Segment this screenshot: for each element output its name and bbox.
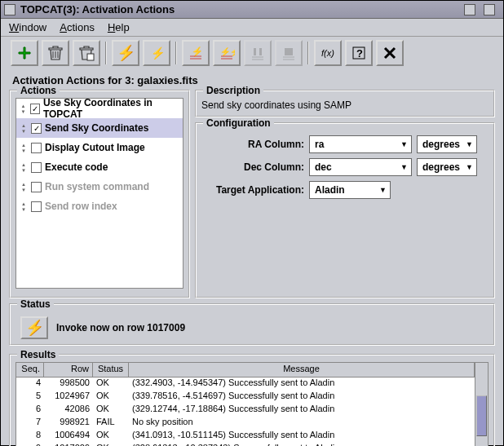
close-button[interactable] — [376, 40, 404, 66]
drag-handle-icon[interactable] — [20, 104, 27, 114]
action-item[interactable]: Display Cutout Image — [16, 138, 183, 157]
action-checkbox[interactable] — [31, 201, 42, 212]
pause-button[interactable] — [244, 40, 272, 66]
parameters-button[interactable]: f(x) — [314, 40, 342, 66]
action-label: Execute code — [45, 161, 108, 173]
bolt-icon: ⚡ — [25, 319, 43, 337]
ra-column-label: RA Column: — [201, 139, 304, 150]
remove-inactive-button[interactable] — [73, 40, 100, 66]
svg-text:⚡⚡: ⚡⚡ — [220, 46, 235, 57]
action-label: Send Sky Coordinates — [45, 122, 148, 134]
action-item[interactable]: ✓ Use Sky Coordinates in TOPCAT — [16, 99, 183, 118]
cell-status: FAIL — [93, 417, 129, 430]
maximize-button[interactable] — [484, 4, 495, 15]
scroll-thumb[interactable] — [476, 395, 487, 436]
action-label: Use Sky Coordinates in TOPCAT — [43, 98, 179, 120]
configuration-fieldset: Configuration RA Column: ra degrees Dec … — [195, 122, 495, 298]
cell-row: 42086 — [44, 404, 93, 417]
cell-status: OK — [93, 443, 129, 446]
drag-handle-icon[interactable] — [20, 201, 28, 212]
action-item[interactable]: Run system command — [16, 177, 183, 197]
actions-list[interactable]: ✓ Use Sky Coordinates in TOPCAT ✓ Send S… — [15, 98, 183, 289]
action-item[interactable]: ✓ Send Sky Coordinates — [16, 118, 183, 138]
col-seq[interactable]: Seq. — [16, 363, 44, 377]
description-text: Send sky coordinates using SAMP — [201, 99, 489, 111]
ra-unit-select[interactable]: degrees — [417, 135, 477, 153]
target-app-label: Target Application: — [201, 184, 304, 196]
svg-rect-4 — [254, 48, 256, 55]
cell-message: (328.61313, -10.387343) Successfully sen… — [129, 443, 475, 446]
cell-message: (341.0913, -10.511145) Successfully sent… — [129, 430, 475, 443]
status-fieldset: Status ⚡ Invoke now on row 1017009 — [9, 303, 495, 346]
cell-row: 998500 — [44, 378, 93, 391]
invoke-all-button[interactable]: ⚡⚡ — [143, 40, 170, 66]
sysmenu-icon[interactable] — [4, 4, 15, 15]
action-item[interactable]: Send row index — [16, 197, 183, 216]
action-checkbox[interactable]: ✓ — [30, 104, 40, 114]
table-row[interactable]: 7998921FAILNo sky position — [16, 417, 475, 430]
action-label: Run system command — [45, 181, 149, 192]
invoke-button[interactable]: ⚡ — [112, 40, 139, 66]
cell-status: OK — [93, 378, 129, 391]
dec-column-select[interactable]: dec — [309, 158, 412, 176]
table-row[interactable]: 51024967OK(339.78516, -4.514697) Success… — [16, 391, 475, 404]
col-status[interactable]: Status — [93, 363, 129, 377]
results-fieldset: Results Seq. Row Status Message 4998500O… — [9, 354, 495, 446]
menu-actions[interactable]: Actions — [60, 21, 95, 33]
action-item[interactable]: Execute code — [16, 157, 183, 177]
description-label: Description — [203, 85, 263, 96]
svg-text:?: ? — [356, 47, 363, 60]
svg-rect-6 — [285, 48, 293, 55]
cell-seq: 9 — [16, 443, 44, 446]
configuration-label: Configuration — [203, 117, 274, 129]
status-text: Invoke now on row 1017009 — [56, 322, 185, 333]
menu-help[interactable]: Help — [108, 21, 130, 33]
app-window: TOPCAT(3): Activation Actions Window Act… — [0, 0, 504, 446]
cell-seq: 7 — [16, 417, 44, 430]
dec-column-label: Dec Column: — [201, 161, 304, 173]
table-row[interactable]: 4998500OK(332.4903, -14.945347) Successf… — [16, 378, 475, 391]
drag-handle-icon[interactable] — [20, 123, 28, 134]
target-app-select[interactable]: Aladin — [309, 181, 391, 199]
cell-status: OK — [93, 404, 129, 417]
remove-action-button[interactable] — [42, 40, 69, 66]
cell-seq: 4 — [16, 378, 44, 391]
table-row[interactable]: 91017009OK(328.61313, -10.387343) Succes… — [16, 443, 475, 446]
svg-text:f(x): f(x) — [321, 48, 334, 58]
actions-fieldset: Actions ✓ Use Sky Coordinates in TOPCAT … — [9, 90, 190, 298]
drag-handle-icon[interactable] — [20, 143, 28, 153]
dec-unit-select[interactable]: degrees — [417, 158, 477, 176]
cell-row: 1024967 — [44, 391, 93, 404]
cell-message: No sky position — [129, 417, 475, 430]
cell-message: (339.78516, -4.514697) Successfully sent… — [129, 391, 475, 404]
drag-handle-icon[interactable] — [20, 162, 28, 173]
results-table: Seq. Row Status Message 4998500OK(332.49… — [15, 362, 489, 446]
svg-rect-5 — [259, 48, 262, 55]
cell-status: OK — [93, 391, 129, 404]
cell-row: 1017009 — [44, 443, 93, 446]
menubar: Window Actions Help — [1, 19, 503, 37]
invoke-on-all-rows-button[interactable]: ⚡ — [182, 40, 210, 66]
col-message[interactable]: Message — [129, 363, 475, 377]
menu-window[interactable]: Window — [9, 21, 46, 33]
help-button[interactable]: ? — [345, 40, 373, 66]
ra-column-select[interactable]: ra — [309, 135, 412, 153]
minimize-button[interactable] — [464, 4, 475, 15]
invoke-now-button[interactable]: ⚡ — [20, 316, 48, 339]
add-action-button[interactable] — [11, 40, 38, 66]
invoke-all-on-all-rows-button[interactable]: ⚡⚡ — [213, 40, 241, 66]
stop-button[interactable] — [275, 40, 303, 66]
col-row[interactable]: Row — [44, 363, 93, 377]
table-row[interactable]: 81006494OK(341.0913, -10.511145) Success… — [16, 430, 475, 443]
titlebar[interactable]: TOPCAT(3): Activation Actions — [1, 1, 503, 19]
action-checkbox[interactable] — [31, 182, 42, 192]
vertical-scrollbar[interactable] — [475, 363, 488, 446]
action-checkbox[interactable]: ✓ — [31, 123, 42, 134]
table-row[interactable]: 642086OK(329.12744, -17.18864) Successfu… — [16, 404, 475, 417]
cell-message: (332.4903, -14.945347) Successfully sent… — [129, 378, 475, 391]
drag-handle-icon[interactable] — [20, 182, 28, 192]
action-checkbox[interactable] — [31, 143, 42, 153]
cell-message: (329.12744, -17.18864) Successfully sent… — [129, 404, 475, 417]
action-checkbox[interactable] — [31, 162, 42, 173]
svg-text:⚡⚡: ⚡⚡ — [151, 46, 165, 60]
